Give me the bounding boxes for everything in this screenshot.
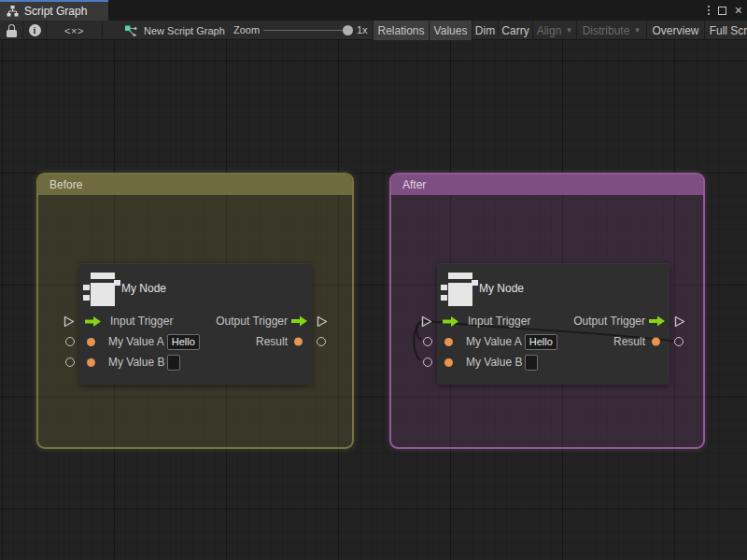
node-body[interactable]: My Node Input Trigger Output Trigger: [437, 263, 669, 385]
outer-result-port[interactable]: [674, 337, 684, 346]
window-menu-icon[interactable]: [708, 6, 710, 15]
value-a-row: My Value A Hello Result: [79, 331, 312, 352]
node-header: My Node: [437, 263, 669, 308]
value-b-row: My Value B: [437, 352, 669, 372]
carry-toggle[interactable]: Carry: [499, 21, 533, 40]
value-a-port[interactable]: [87, 338, 95, 346]
value-a-port[interactable]: [444, 338, 453, 346]
value-b-label: My Value B: [108, 356, 164, 369]
input-trigger-port[interactable]: [85, 316, 101, 327]
value-a-row: My Value A Hello Result: [437, 331, 669, 352]
outer-value-b-port[interactable]: [423, 357, 432, 367]
tab-bar: Script Graph ×: [0, 0, 747, 21]
value-b-port[interactable]: [444, 358, 453, 367]
input-trigger-label: Input Trigger: [110, 315, 173, 328]
toolbar-toggles: Relations Values Dim Carry Align▼ Distri…: [373, 21, 747, 40]
close-icon[interactable]: ×: [735, 4, 742, 17]
align-dropdown[interactable]: Align▼: [533, 21, 577, 40]
value-b-row: My Value B: [79, 352, 312, 372]
value-b-input[interactable]: [525, 355, 538, 371]
relations-toggle[interactable]: Relations: [374, 21, 430, 40]
fullscreen-button[interactable]: Full Scr: [705, 21, 747, 40]
tab-script-graph[interactable]: Script Graph: [0, 0, 108, 21]
info-icon: i: [29, 24, 41, 36]
lock-icon: [7, 24, 17, 37]
zoom-slider-track[interactable]: [263, 30, 347, 31]
output-trigger-port[interactable]: [649, 316, 665, 327]
value-a-label: My Value A: [108, 335, 164, 348]
graph-asset-label: New Script Graph: [144, 25, 225, 36]
graph-asset-field[interactable]: New Script Graph: [124, 21, 225, 40]
script-graph-icon: [124, 24, 137, 37]
output-trigger-label: Output Trigger: [573, 315, 645, 328]
result-label: Result: [613, 335, 645, 348]
node-title: My Node: [121, 282, 166, 295]
outer-trigger-out-port[interactable]: [674, 315, 685, 328]
group-after-header[interactable]: After: [391, 175, 703, 195]
outer-value-a-port[interactable]: [65, 337, 75, 346]
values-toggle[interactable]: Values: [430, 21, 472, 40]
outer-trigger-out-port[interactable]: [317, 315, 328, 328]
code-icon: <×>: [64, 25, 84, 36]
tab-title: Script Graph: [24, 5, 87, 18]
unit-icon: [83, 273, 120, 308]
node-header: My Node: [79, 263, 312, 308]
output-trigger-label: Output Trigger: [216, 315, 288, 328]
node-body[interactable]: My Node Input Trigger Output Trigger: [79, 263, 312, 385]
value-b-port[interactable]: [87, 358, 95, 367]
node-my-node-after[interactable]: My Node Input Trigger Output Trigger: [437, 263, 669, 385]
input-trigger-label: Input Trigger: [468, 315, 530, 328]
code-preview-button[interactable]: <×>: [47, 21, 103, 40]
overview-button[interactable]: Overview: [647, 21, 705, 40]
zoom-label: Zoom: [233, 24, 260, 35]
zoom-value: 1x: [357, 24, 368, 35]
value-b-input[interactable]: [167, 355, 180, 371]
graph-tree-icon: [7, 6, 19, 17]
outer-result-port[interactable]: [317, 337, 326, 346]
maximize-icon[interactable]: [718, 7, 726, 15]
result-port[interactable]: [652, 338, 660, 346]
outer-trigger-in-port[interactable]: [421, 315, 432, 328]
value-a-label: My Value A: [466, 335, 522, 348]
lock-button[interactable]: [0, 21, 23, 40]
graph-canvas[interactable]: Before After My Node: [0, 40, 747, 560]
zoom-control: Zoom 1x: [233, 21, 374, 40]
script-graph-window: Script Graph × i <×> New Script Graph: [0, 0, 747, 560]
node-my-node-before[interactable]: My Node Input Trigger Output Trigger: [79, 263, 312, 385]
distribute-dropdown[interactable]: Distribute▼: [577, 21, 647, 40]
trigger-row: Input Trigger Output Trigger: [437, 311, 669, 331]
result-port[interactable]: [294, 338, 303, 346]
graph-toolbar: i <×> New Script Graph Zoom 1x Relations…: [0, 21, 747, 40]
node-title: My Node: [479, 282, 524, 295]
outer-value-b-port[interactable]: [65, 357, 75, 367]
info-button[interactable]: i: [23, 21, 47, 40]
value-b-label: My Value B: [466, 356, 522, 369]
outer-trigger-in-port[interactable]: [63, 315, 75, 328]
value-a-input[interactable]: Hello: [525, 334, 557, 350]
zoom-slider-knob[interactable]: [343, 25, 353, 35]
output-trigger-port[interactable]: [291, 316, 307, 327]
unit-icon: [441, 273, 478, 308]
outer-value-a-port[interactable]: [423, 337, 432, 346]
value-a-input[interactable]: Hello: [167, 334, 200, 350]
input-trigger-port[interactable]: [443, 316, 458, 327]
dim-toggle[interactable]: Dim: [472, 21, 499, 40]
result-label: Result: [256, 335, 288, 348]
trigger-row: Input Trigger Output Trigger: [79, 311, 312, 331]
group-before-header[interactable]: Before: [38, 175, 352, 195]
